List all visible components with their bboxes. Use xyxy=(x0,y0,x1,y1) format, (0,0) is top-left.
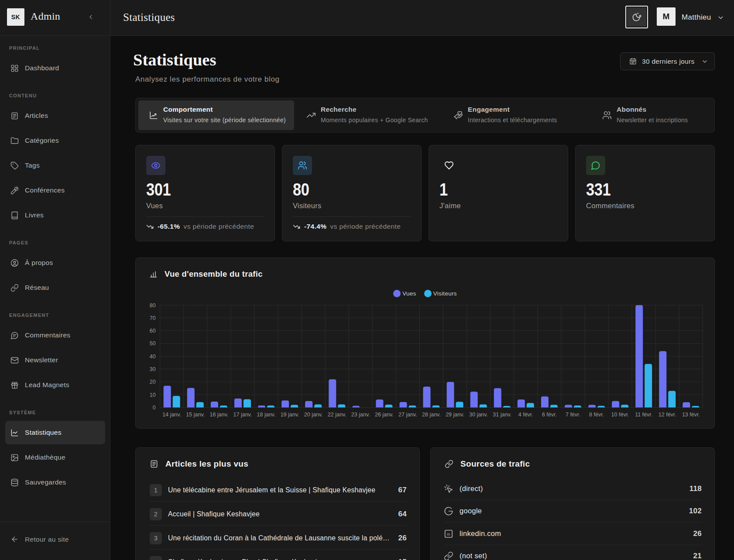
svg-text:18 janv.: 18 janv. xyxy=(257,412,276,418)
svg-text:29 janv.: 29 janv. xyxy=(446,412,464,418)
svg-text:15 janv.: 15 janv. xyxy=(186,412,205,418)
svg-text:31 janv.: 31 janv. xyxy=(493,412,511,418)
svg-text:11 févr.: 11 févr. xyxy=(635,412,652,418)
svg-text:22 janv.: 22 janv. xyxy=(328,412,346,418)
svg-text:50: 50 xyxy=(150,340,156,347)
svg-text:10 févr.: 10 févr. xyxy=(611,412,629,418)
svg-text:8 févr.: 8 févr. xyxy=(589,412,604,418)
svg-text:26 janv.: 26 janv. xyxy=(375,412,394,418)
svg-text:12 févr.: 12 févr. xyxy=(659,412,676,418)
svg-text:6 févr.: 6 févr. xyxy=(542,412,557,418)
svg-text:0: 0 xyxy=(153,405,156,411)
svg-text:20 janv.: 20 janv. xyxy=(304,412,323,418)
svg-text:4 févr.: 4 févr. xyxy=(518,412,533,418)
svg-text:23 janv.: 23 janv. xyxy=(351,412,370,418)
svg-text:10: 10 xyxy=(150,392,156,398)
svg-text:19 janv.: 19 janv. xyxy=(281,412,299,418)
svg-text:28 janv.: 28 janv. xyxy=(422,412,441,418)
svg-text:40: 40 xyxy=(150,354,156,360)
svg-text:30 janv.: 30 janv. xyxy=(469,412,488,418)
svg-text:17: 17 xyxy=(631,61,635,64)
svg-text:60: 60 xyxy=(150,328,156,334)
svg-text:7 févr.: 7 févr. xyxy=(566,412,580,418)
svg-text:13 févr.: 13 févr. xyxy=(682,412,700,418)
svg-text:17 janv.: 17 janv. xyxy=(233,412,252,418)
svg-text:16 janv.: 16 janv. xyxy=(209,412,228,418)
svg-text:20: 20 xyxy=(150,379,156,385)
svg-text:in: in xyxy=(447,532,450,536)
svg-text:70: 70 xyxy=(150,315,156,321)
svg-text:27 janv.: 27 janv. xyxy=(398,412,417,418)
svg-text:80: 80 xyxy=(150,302,156,309)
svg-text:14 janv.: 14 janv. xyxy=(162,412,181,418)
svg-text:30: 30 xyxy=(150,366,156,372)
